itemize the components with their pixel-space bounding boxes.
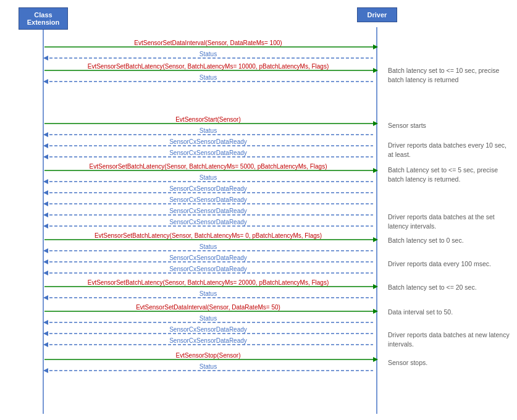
driver-label: Driver <box>368 11 387 19</box>
svg-marker-51 <box>43 259 48 264</box>
class-extension-label: Class Extension <box>27 11 60 26</box>
svg-text:Status: Status <box>200 174 217 181</box>
svg-text:Status: Status <box>200 51 217 57</box>
svg-text:SensorCxSensorDataReady: SensorCxSensorDataReady <box>169 337 247 344</box>
svg-text:SensorCxSensorDataReady: SensorCxSensorDataReady <box>169 208 247 214</box>
annotation-10: Driver reports data batches at new laten… <box>388 330 511 348</box>
svg-text:SensorCxSensorDataReady: SensorCxSensorDataReady <box>169 326 247 333</box>
svg-text:Status: Status <box>200 74 217 81</box>
svg-marker-24 <box>43 154 48 159</box>
svg-text:EvtSensorSetBatchLatency(Senso: EvtSensorSetBatchLatency(Sensor, BatchLa… <box>88 279 329 286</box>
annotation-2: Sensor starts <box>388 121 511 130</box>
annotation-9: Data interval set to 50. <box>388 308 511 317</box>
svg-marker-21 <box>43 143 48 148</box>
svg-text:SensorCxSensorDataReady: SensorCxSensorDataReady <box>169 266 247 272</box>
svg-marker-66 <box>43 320 48 325</box>
svg-marker-9 <box>373 68 378 73</box>
svg-marker-12 <box>43 79 48 84</box>
annotation-6: Batch latency set to 0 sec. <box>388 236 511 245</box>
annotation-3: Driver reports data batches every 10 sec… <box>388 141 511 159</box>
svg-text:EvtSensorSetBatchLatency(Senso: EvtSensorSetBatchLatency(Sensor, BatchLa… <box>95 232 322 239</box>
svg-marker-48 <box>43 248 48 253</box>
svg-text:SensorCxSensorDataReady: SensorCxSensorDataReady <box>169 219 247 225</box>
svg-marker-3 <box>373 44 378 49</box>
class-extension-box: Class Extension <box>19 7 68 30</box>
svg-marker-78 <box>43 368 48 373</box>
annotation-8: Batch latency set to <= 20 sec. <box>388 283 511 292</box>
svg-text:EvtSensorSetDataInterval(Senso: EvtSensorSetDataInterval(Sensor, DataRat… <box>136 304 280 311</box>
svg-marker-72 <box>43 342 48 347</box>
svg-text:Status: Status <box>200 315 217 322</box>
svg-marker-18 <box>43 132 48 137</box>
svg-marker-42 <box>43 224 48 229</box>
svg-text:Status: Status <box>200 127 217 134</box>
svg-marker-30 <box>43 179 48 184</box>
annotation-7: Driver reports data every 100 msec. <box>388 259 511 269</box>
svg-marker-69 <box>43 331 48 336</box>
svg-text:EvtSensorSetBatchLatency(Senso: EvtSensorSetBatchLatency(Sensor, BatchLa… <box>88 63 329 70</box>
svg-marker-39 <box>43 212 48 217</box>
svg-text:SensorCxSensorDataReady: SensorCxSensorDataReady <box>169 149 247 156</box>
annotation-5: Driver reports data batches at the set l… <box>388 212 511 230</box>
svg-marker-36 <box>43 201 48 206</box>
svg-text:EvtSensorStart(Sensor): EvtSensorStart(Sensor) <box>175 116 241 123</box>
svg-marker-57 <box>373 284 378 289</box>
lifeline-svg <box>0 0 517 420</box>
svg-text:SensorCxSensorDataReady: SensorCxSensorDataReady <box>169 185 247 192</box>
svg-text:EvtSensorSetBatchLatency(Senso: EvtSensorSetBatchLatency(Sensor, BatchLa… <box>90 163 327 170</box>
svg-text:EvtSensorSetDataInterval(Senso: EvtSensorSetDataInterval(Sensor, DataRat… <box>134 40 282 46</box>
annotation-11: Sensor stops. <box>388 358 511 368</box>
svg-marker-45 <box>373 237 378 242</box>
svg-marker-15 <box>373 121 378 126</box>
svg-text:SensorCxSensorDataReady: SensorCxSensorDataReady <box>169 138 247 145</box>
svg-marker-27 <box>373 168 378 173</box>
svg-text:EvtSensorStop(Sensor): EvtSensorStop(Sensor) <box>175 352 240 359</box>
diagram-container: Class Extension Driver EvtSensorSetDataI… <box>0 0 517 420</box>
svg-marker-54 <box>43 271 48 275</box>
driver-box: Driver <box>357 7 397 22</box>
svg-marker-75 <box>373 357 378 362</box>
svg-marker-63 <box>373 309 378 314</box>
svg-text:SensorCxSensorDataReady: SensorCxSensorDataReady <box>169 254 247 261</box>
arrows-svg: EvtSensorSetDataInterval(Sensor, DataRat… <box>0 0 517 420</box>
svg-marker-33 <box>43 190 48 195</box>
svg-text:Status: Status <box>200 290 217 297</box>
svg-marker-6 <box>43 56 48 61</box>
svg-marker-60 <box>43 295 48 300</box>
svg-text:Status: Status <box>200 243 217 250</box>
svg-text:SensorCxSensorDataReady: SensorCxSensorDataReady <box>169 196 247 203</box>
annotation-1: Batch latency set to <= 10 sec, precise … <box>388 66 511 84</box>
annotation-4: Batch Latency set to <= 5 sec, precise b… <box>388 166 511 183</box>
svg-text:Status: Status <box>200 363 217 370</box>
